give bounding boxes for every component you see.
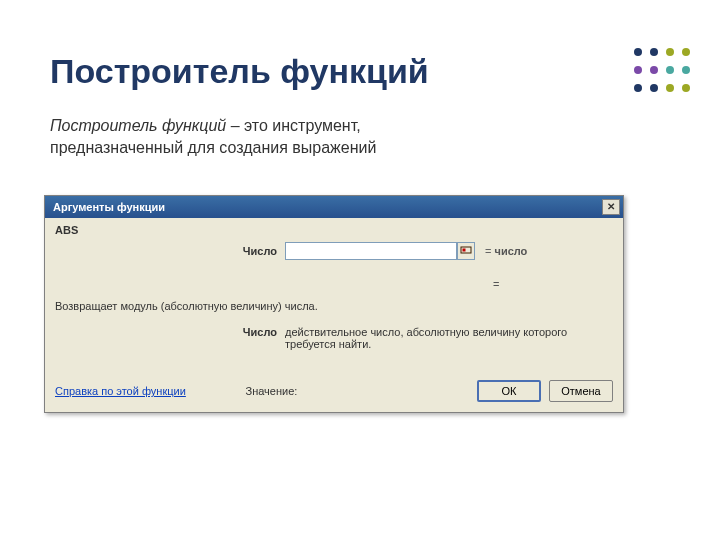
range-selector-icon	[460, 244, 472, 258]
slide-heading: Построитель функций	[50, 52, 429, 91]
argument-help-row: Число действительное число, абсолютную в…	[55, 326, 613, 350]
argument-row: Число = число	[55, 242, 613, 260]
cancel-button[interactable]: Отмена	[549, 380, 613, 402]
svg-rect-1	[463, 249, 466, 252]
slide-description-emph: Построитель функций	[50, 117, 226, 134]
result-equals: =	[493, 278, 613, 290]
argument-help-label: Число	[55, 326, 285, 350]
decorative-dots	[634, 48, 690, 102]
function-description: Возвращает модуль (абсолютную величину) …	[55, 300, 613, 312]
argument-help-text: действительное число, абсолютную величин…	[285, 326, 613, 350]
argument-equals: = число	[485, 245, 527, 257]
argument-label: Число	[55, 245, 285, 257]
result-label: Значение:	[246, 385, 298, 397]
slide-description: Построитель функций – это инструмент, пр…	[50, 115, 470, 158]
argument-input[interactable]	[285, 242, 457, 260]
close-button[interactable]: ✕	[602, 199, 620, 215]
help-link[interactable]: Справка по этой функции	[55, 385, 186, 397]
dialog-titlebar[interactable]: Аргументы функции ✕	[45, 196, 623, 218]
range-selector-button[interactable]	[457, 242, 475, 260]
argument-preview-value: число	[495, 245, 528, 257]
function-arguments-dialog: Аргументы функции ✕ ABS Число =	[44, 195, 624, 413]
ok-button[interactable]: ОК	[477, 380, 541, 402]
close-icon: ✕	[607, 202, 615, 212]
dialog-title: Аргументы функции	[53, 201, 165, 213]
function-name: ABS	[55, 224, 613, 236]
